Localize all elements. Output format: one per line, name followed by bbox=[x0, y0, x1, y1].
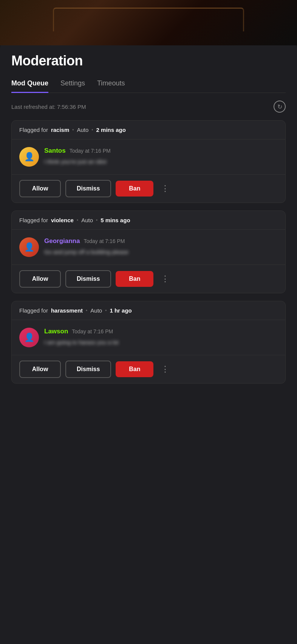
card-2-header: Flagged for violence • Auto • 5 mins ago bbox=[12, 211, 285, 230]
card-1-dot-2: • bbox=[91, 127, 93, 133]
refresh-icon: ↻ bbox=[277, 103, 282, 110]
card-3-more-button[interactable]: ⋮ bbox=[158, 361, 173, 377]
mod-card-2: Flagged for violence • Auto • 5 mins ago… bbox=[11, 211, 286, 293]
card-1-ban-button[interactable]: Ban bbox=[116, 181, 153, 197]
card-1-actions: Allow Dismiss Ban ⋮ bbox=[12, 175, 285, 203]
card-3-timestamp: Today at 7:16 PM bbox=[72, 328, 113, 334]
card-2-username[interactable]: Georgianna bbox=[44, 237, 80, 245]
avatar-georgianna-icon: 👤 bbox=[24, 242, 34, 252]
main-panel: Moderation Mod Queue Settings Timeouts L… bbox=[0, 42, 297, 644]
mod-card-1: Flagged for racism • Auto • 2 mins ago 👤… bbox=[11, 120, 286, 203]
top-banner bbox=[0, 0, 297, 45]
card-2-content: 👤 Georgianna Today at 7:16 PM Go and jum… bbox=[12, 230, 285, 265]
card-1-header: Flagged for racism • Auto • 2 mins ago bbox=[12, 121, 285, 139]
card-2-dot-1: • bbox=[77, 218, 78, 223]
card-3-dismiss-button[interactable]: Dismiss bbox=[65, 361, 111, 378]
mod-card-3: Flagged for harassment • Auto • 1 hr ago… bbox=[11, 301, 286, 384]
card-3-message-area: Lawson Today at 7:16 PM I am going to ha… bbox=[44, 328, 278, 347]
card-3-flag-reason: harassment bbox=[51, 307, 83, 314]
card-1-dismiss-button[interactable]: Dismiss bbox=[65, 180, 111, 197]
card-2-message-area: Georgianna Today at 7:16 PM Go and jump … bbox=[44, 237, 278, 257]
card-2-message: Go and jump off a building please bbox=[44, 248, 278, 257]
card-3-dot-1: • bbox=[86, 308, 87, 313]
card-3-ban-button[interactable]: Ban bbox=[116, 361, 153, 377]
card-1-timestamp: Today at 7:16 PM bbox=[70, 148, 111, 154]
card-3-actions: Allow Dismiss Ban ⋮ bbox=[12, 355, 285, 383]
card-2-flag-prefix: Flagged for bbox=[19, 217, 48, 223]
card-1-meta: Santos Today at 7:16 PM bbox=[44, 147, 278, 155]
card-1-more-button[interactable]: ⋮ bbox=[158, 181, 173, 197]
refresh-button[interactable]: ↻ bbox=[274, 101, 286, 113]
card-1-flag-time: 2 mins ago bbox=[96, 127, 126, 133]
tab-timeouts[interactable]: Timeouts bbox=[97, 79, 125, 93]
card-2-actions: Allow Dismiss Ban ⋮ bbox=[12, 265, 285, 293]
card-2-allow-button[interactable]: Allow bbox=[19, 270, 61, 288]
card-3-dot-2: • bbox=[105, 308, 107, 313]
card-2-dismiss-button[interactable]: Dismiss bbox=[65, 270, 111, 288]
card-3-meta: Lawson Today at 7:16 PM bbox=[44, 328, 278, 335]
tab-bar: Mod Queue Settings Timeouts bbox=[11, 79, 286, 93]
card-2-more-button[interactable]: ⋮ bbox=[158, 271, 173, 287]
card-1-flag-prefix: Flagged for bbox=[19, 127, 48, 133]
card-2-flag-time: 5 mins ago bbox=[101, 217, 130, 223]
card-1-flag-source: Auto bbox=[77, 127, 88, 133]
card-2-ban-button[interactable]: Ban bbox=[116, 271, 153, 287]
tab-settings[interactable]: Settings bbox=[60, 79, 85, 93]
card-3-username[interactable]: Lawson bbox=[44, 328, 68, 335]
card-1-message: I think you're just an idiot bbox=[44, 158, 278, 166]
last-refreshed-label: Last refreshed at: 7:56:36 PM bbox=[11, 104, 86, 110]
card-3-flag-time: 1 hr ago bbox=[110, 307, 131, 314]
page-title: Moderation bbox=[11, 53, 286, 69]
card-3-header: Flagged for harassment • Auto • 1 hr ago bbox=[12, 301, 285, 320]
card-3-avatar: 👤 bbox=[19, 328, 39, 347]
refresh-bar: Last refreshed at: 7:56:36 PM ↻ bbox=[11, 93, 286, 120]
card-1-message-area: Santos Today at 7:16 PM I think you're j… bbox=[44, 147, 278, 166]
tab-mod-queue[interactable]: Mod Queue bbox=[11, 79, 48, 93]
card-2-flag-source: Auto bbox=[81, 217, 93, 223]
card-1-allow-button[interactable]: Allow bbox=[19, 180, 61, 197]
card-1-flag-reason: racism bbox=[51, 127, 69, 133]
card-2-timestamp: Today at 7:16 PM bbox=[84, 238, 125, 244]
card-2-flag-reason: violence bbox=[51, 217, 74, 223]
avatar-santos-icon: 👤 bbox=[24, 152, 34, 162]
card-1-avatar: 👤 bbox=[19, 147, 39, 167]
card-2-dot-2: • bbox=[96, 218, 97, 223]
card-3-allow-button[interactable]: Allow bbox=[19, 361, 61, 378]
card-3-flag-prefix: Flagged for bbox=[19, 307, 48, 314]
card-3-message: I am going to harass you a lot bbox=[44, 338, 278, 347]
card-1-username[interactable]: Santos bbox=[44, 147, 66, 155]
card-2-avatar: 👤 bbox=[19, 237, 39, 257]
avatar-lawson-icon: 👤 bbox=[24, 333, 34, 342]
card-1-content: 👤 Santos Today at 7:16 PM I think you're… bbox=[12, 139, 285, 175]
card-3-content: 👤 Lawson Today at 7:16 PM I am going to … bbox=[12, 320, 285, 355]
card-3-flag-source: Auto bbox=[90, 307, 102, 314]
card-2-meta: Georgianna Today at 7:16 PM bbox=[44, 237, 278, 245]
card-1-dot-1: • bbox=[72, 127, 74, 133]
